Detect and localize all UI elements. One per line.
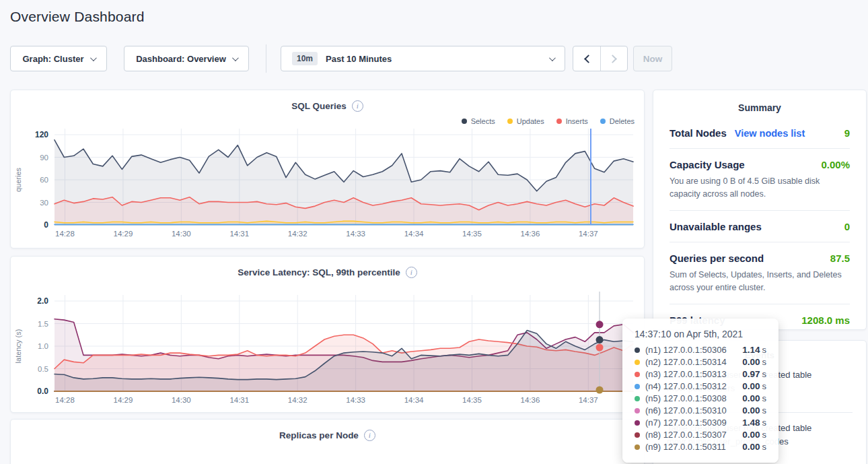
svg-text:1.0: 1.0 xyxy=(38,342,48,350)
toolbar-divider xyxy=(266,44,266,73)
summary-row-capacity: Capacity Usage 0.00% You are using 0 B o… xyxy=(670,149,850,211)
dashboard-dropdown[interactable]: Dashboard: Overview xyxy=(124,46,249,71)
info-icon[interactable]: i xyxy=(364,430,375,441)
svg-text:0: 0 xyxy=(44,220,48,230)
node-color-dot xyxy=(635,396,640,401)
node-address: (n7) 127.0.0.1:50309 xyxy=(645,418,742,428)
now-button[interactable]: Now xyxy=(633,46,672,71)
tooltip-date: Apr 5th, 2021 xyxy=(686,329,743,339)
tooltip-node-row: (n5) 127.0.0.1:503080.00s xyxy=(635,393,766,403)
service-latency-card: Service Latency: SQL, 99th percentile i … xyxy=(10,256,645,413)
node-color-dot xyxy=(635,432,640,438)
tooltip-node-row: (n8) 127.0.0.1:503070.00s xyxy=(635,430,766,440)
svg-text:14:35: 14:35 xyxy=(462,396,482,404)
svg-text:14:33: 14:33 xyxy=(346,230,365,238)
svg-text:14:29: 14:29 xyxy=(114,396,133,404)
summary-body: Total Nodes View nodes list 9 Capacity U… xyxy=(653,117,866,335)
time-back-button[interactable] xyxy=(573,46,600,71)
node-latency-unit: s xyxy=(762,345,767,355)
svg-text:14:36: 14:36 xyxy=(521,230,540,238)
qps-label: Queries per second xyxy=(670,253,764,264)
tooltip-node-row: (n7) 127.0.0.1:503091.48s xyxy=(635,418,766,428)
tooltip-timestamp: 14:37:10 on Apr 5th, 2021 xyxy=(635,329,766,339)
svg-text:14:29: 14:29 xyxy=(114,230,133,238)
sql-queries-chart[interactable]: 14:2814:2914:3014:3114:3214:3314:3414:35… xyxy=(11,90,645,249)
graph-dropdown[interactable]: Graph: Cluster xyxy=(10,46,107,71)
svg-text:queries: queries xyxy=(14,167,22,192)
tooltip-node-row: (n4) 127.0.0.1:503120.00s xyxy=(635,381,766,391)
replicas-title-row: Replicas per Node i xyxy=(11,430,644,441)
svg-text:14:31: 14:31 xyxy=(229,230,249,238)
node-address: (n6) 127.0.0.1:50310 xyxy=(645,405,742,416)
tooltip-node-row: (n9) 127.0.0.1:503110.00s xyxy=(635,442,766,452)
node-latency-value: 0.00 xyxy=(742,357,760,367)
svg-text:14:30: 14:30 xyxy=(172,230,191,238)
node-latency-value: 0.00 xyxy=(742,381,760,391)
chevron-down-icon xyxy=(549,55,556,61)
node-address: (n8) 127.0.0.1:50307 xyxy=(645,430,742,440)
summary-row-unavailable: Unavailable ranges 0 xyxy=(670,211,850,242)
graph-dropdown-label: Graph: Cluster xyxy=(22,54,83,64)
tooltip-time: 14:37:10 xyxy=(635,329,672,339)
chevron-down-icon xyxy=(89,55,96,61)
sql-queries-card: SQL Queries i SelectsUpdatesInsertsDelet… xyxy=(10,90,645,248)
node-color-dot xyxy=(635,347,640,353)
node-latency-value: 0.00 xyxy=(742,430,760,440)
node-address: (n1) 127.0.0.1:50306 xyxy=(645,345,742,355)
total-nodes-value: 9 xyxy=(844,127,850,139)
node-latency-value: 0.00 xyxy=(742,442,760,452)
summary-heading: Summary xyxy=(653,90,866,117)
node-latency-value: 1.48 xyxy=(742,418,760,428)
time-forward-button[interactable] xyxy=(600,46,627,71)
tooltip-node-row: (n6) 127.0.0.1:503100.00s xyxy=(635,405,766,416)
svg-text:14:34: 14:34 xyxy=(404,230,424,238)
service-latency-chart[interactable]: 14:2814:2914:3014:3114:3214:3314:3414:35… xyxy=(11,257,645,413)
node-latency-unit: s xyxy=(762,357,767,367)
node-latency-unit: s xyxy=(762,418,767,428)
summary-row-total-nodes: Total Nodes View nodes list 9 xyxy=(670,117,850,149)
node-color-dot xyxy=(635,384,640,389)
view-nodes-list-link[interactable]: View nodes list xyxy=(735,128,805,139)
node-address: (n4) 127.0.0.1:50312 xyxy=(645,381,742,391)
total-nodes-label: Total Nodes xyxy=(670,127,727,139)
svg-text:14:28: 14:28 xyxy=(55,230,75,238)
overview-dashboard-screen: Overview Dashboard Graph: Cluster Dashbo… xyxy=(0,0,868,464)
chart-hover-tooltip: 14:37:10 on Apr 5th, 2021 (n1) 127.0.0.1… xyxy=(622,319,779,463)
qps-desc: Sum of Selects, Updates, Inserts, and De… xyxy=(670,269,850,294)
node-latency-unit: s xyxy=(762,369,767,379)
svg-text:0.5: 0.5 xyxy=(38,365,48,373)
unavailable-ranges-label: Unavailable ranges xyxy=(670,221,762,232)
svg-text:14:32: 14:32 xyxy=(288,396,308,404)
unavailable-ranges-value: 0 xyxy=(844,221,850,232)
node-address: (n2) 127.0.0.1:50314 xyxy=(645,357,742,367)
replicas-title: Replicas per Node xyxy=(279,430,359,440)
time-nav-group xyxy=(573,46,628,71)
svg-text:14:34: 14:34 xyxy=(404,396,424,404)
svg-text:14:28: 14:28 xyxy=(55,396,75,404)
summary-panel: Summary Total Nodes View nodes list 9 Ca… xyxy=(653,90,867,330)
node-latency-unit: s xyxy=(762,405,767,416)
svg-text:14:36: 14:36 xyxy=(521,396,540,404)
tooltip-rows: (n1) 127.0.0.1:503061.14s(n2) 127.0.0.1:… xyxy=(635,345,766,452)
time-range-badge: 10m xyxy=(292,52,318,65)
tooltip-node-row: (n2) 127.0.0.1:503140.00s xyxy=(635,357,766,367)
node-latency-value: 0.00 xyxy=(742,405,760,416)
svg-text:90: 90 xyxy=(40,154,48,162)
svg-text:14:30: 14:30 xyxy=(172,396,191,404)
svg-text:1.5: 1.5 xyxy=(38,320,48,328)
p99-latency-value: 1208.0 ms xyxy=(801,314,850,326)
capacity-usage-label: Capacity Usage xyxy=(670,159,745,170)
tooltip-node-row: (n3) 127.0.0.1:503130.97s xyxy=(635,369,766,379)
node-latency-unit: s xyxy=(762,442,767,452)
node-color-dot xyxy=(635,444,640,450)
time-range-dropdown[interactable]: 10m Past 10 Minutes xyxy=(281,46,565,71)
tooltip-node-row: (n1) 127.0.0.1:503061.14s xyxy=(635,345,766,355)
replicas-per-node-card: Replicas per Node i xyxy=(10,419,645,464)
node-address: (n9) 127.0.0.1:50311 xyxy=(645,442,742,452)
dashboard-dropdown-label: Dashboard: Overview xyxy=(136,54,226,64)
qps-value: 87.5 xyxy=(830,253,850,264)
node-latency-unit: s xyxy=(762,430,767,440)
svg-text:0.0: 0.0 xyxy=(37,387,48,396)
node-address: (n5) 127.0.0.1:50308 xyxy=(645,393,742,403)
summary-row-qps: Queries per second 87.5 Sum of Selects, … xyxy=(670,242,850,304)
